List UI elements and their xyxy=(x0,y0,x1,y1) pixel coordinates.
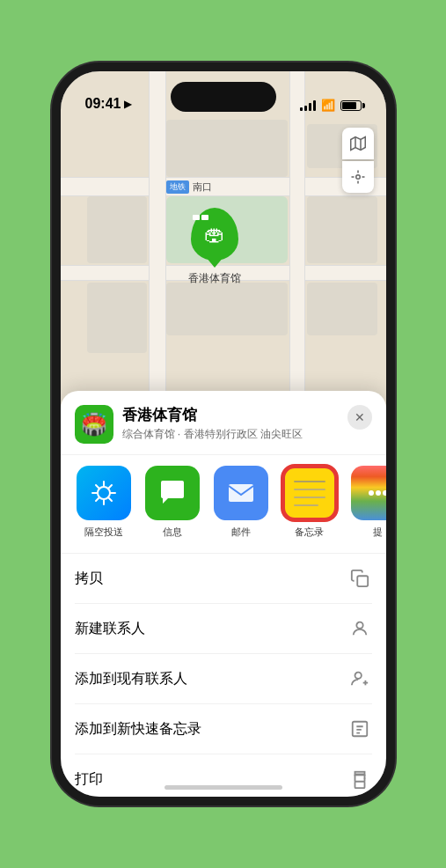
close-icon: ✕ xyxy=(355,410,365,424)
dynamic-island xyxy=(171,82,276,112)
svg-point-0 xyxy=(355,175,360,180)
action-list: 拷贝 新建联系人 添加到现有联系人 xyxy=(61,554,386,797)
svg-rect-2 xyxy=(229,484,253,502)
action-new-contact[interactable]: 新建联系人 xyxy=(75,604,372,654)
more-label: 提 xyxy=(373,526,383,539)
share-item-more[interactable]: 提 xyxy=(349,466,386,539)
venue-name: 香港体育馆 xyxy=(122,405,347,425)
time-display: 09:41 xyxy=(85,96,121,112)
location-arrow-icon: ▶ xyxy=(124,99,131,110)
venue-subtitle: 综合体育馆 · 香港特别行政区 油尖旺区 xyxy=(122,427,347,442)
airdrop-icon xyxy=(77,466,131,520)
svg-point-8 xyxy=(356,622,362,629)
map-background: 地铁 南口 🏟 香港体育馆 xyxy=(61,71,386,441)
map-controls xyxy=(342,128,374,193)
share-item-mail[interactable]: 邮件 xyxy=(212,466,270,539)
marker-pin: 🏟 xyxy=(191,208,238,261)
stadium-pin-icon: 🏟 xyxy=(204,222,225,246)
venue-emoji-icon: 🏟️ xyxy=(81,412,107,437)
share-item-airdrop[interactable]: 隔空投送 xyxy=(75,466,133,539)
svg-rect-7 xyxy=(357,576,368,586)
wifi-icon: 📶 xyxy=(321,99,335,112)
svg-point-4 xyxy=(369,490,374,496)
action-copy[interactable]: 拷贝 xyxy=(75,554,372,604)
copy-icon xyxy=(347,566,372,591)
svg-point-19 xyxy=(363,777,365,779)
mail-icon xyxy=(214,466,268,520)
print-label: 打印 xyxy=(75,770,103,789)
venue-header: 🏟️ 香港体育馆 综合体育馆 · 香港特别行政区 油尖旺区 ✕ xyxy=(61,405,386,454)
notes-icon xyxy=(282,466,337,520)
messages-icon xyxy=(145,466,200,520)
notes-lines xyxy=(285,472,334,515)
metro-tag: 地铁 xyxy=(166,180,189,194)
messages-label: 信息 xyxy=(163,526,182,539)
add-existing-label: 添加到现有联系人 xyxy=(75,670,187,688)
stadium-marker[interactable]: 🏟 香港体育馆 xyxy=(188,208,241,286)
venue-info: 香港体育馆 综合体育馆 · 香港特别行政区 油尖旺区 xyxy=(122,405,347,442)
action-add-note[interactable]: 添加到新快速备忘录 xyxy=(75,704,372,754)
nankou-label: 南口 xyxy=(193,180,212,194)
status-icons: 📶 xyxy=(300,99,362,112)
new-contact-label: 新建联系人 xyxy=(75,620,145,638)
marker-flags xyxy=(193,215,208,220)
new-contact-icon xyxy=(347,616,372,641)
battery-icon xyxy=(340,100,362,111)
share-scroll: 隔空投送 信息 xyxy=(61,462,386,542)
signal-bars-icon xyxy=(300,100,316,111)
svg-point-5 xyxy=(376,490,381,496)
add-note-icon xyxy=(347,717,372,741)
copy-label: 拷贝 xyxy=(75,570,103,588)
svg-point-9 xyxy=(355,673,361,679)
phone-frame: 09:41 ▶ 📶 地铁 南口 xyxy=(52,63,395,805)
action-add-existing[interactable]: 添加到现有联系人 xyxy=(75,654,372,704)
share-item-messages[interactable]: 信息 xyxy=(143,466,201,539)
close-button[interactable]: ✕ xyxy=(347,405,372,430)
bottom-sheet: 🏟️ 香港体育馆 综合体育馆 · 香港特别行政区 油尖旺区 ✕ xyxy=(61,391,386,797)
more-icon xyxy=(351,466,386,520)
svg-rect-17 xyxy=(355,782,364,788)
venue-icon: 🏟️ xyxy=(75,405,113,444)
share-item-notes[interactable]: 备忘录 xyxy=(281,466,339,539)
home-indicator xyxy=(165,785,282,790)
print-icon xyxy=(347,767,372,791)
share-row: 隔空投送 信息 xyxy=(61,454,386,554)
add-note-label: 添加到新快速备忘录 xyxy=(75,720,201,739)
svg-point-6 xyxy=(383,490,386,496)
stadium-pin-label: 香港体育馆 xyxy=(188,271,241,286)
location-button[interactable] xyxy=(342,161,374,193)
add-existing-icon xyxy=(347,666,372,691)
airdrop-label: 隔空投送 xyxy=(84,526,123,539)
notes-label: 备忘录 xyxy=(295,526,324,539)
map-label-nankou: 地铁 南口 xyxy=(166,180,212,194)
action-print[interactable]: 打印 xyxy=(75,754,372,797)
mail-label: 邮件 xyxy=(231,526,251,539)
status-time: 09:41 ▶ xyxy=(85,96,132,112)
map-type-button[interactable] xyxy=(342,128,374,159)
